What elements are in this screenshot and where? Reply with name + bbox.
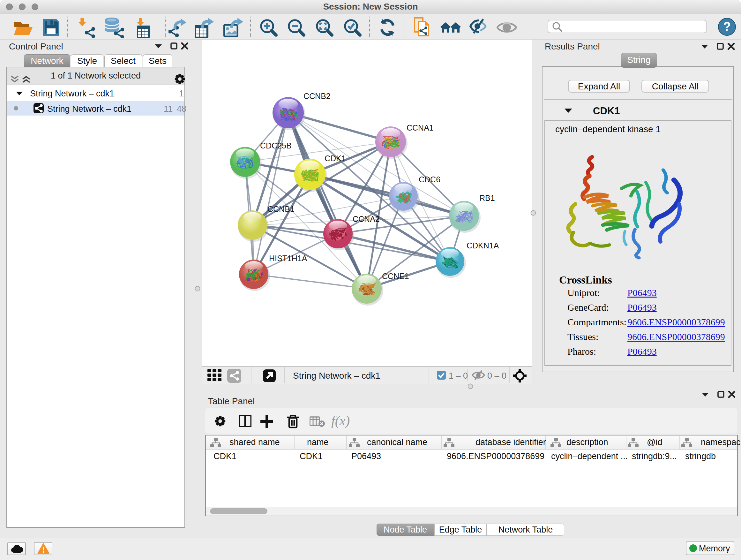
svg-text:CCNB1: CCNB1 [267, 205, 294, 213]
svg-text:CCNA1: CCNA1 [407, 123, 434, 132]
svg-text:CDC25B: CDC25B [260, 141, 292, 150]
svg-text:HIST1H1A: HIST1H1A [269, 254, 307, 263]
svg-text:?: ? [723, 20, 731, 33]
svg-text:CCNB2: CCNB2 [304, 91, 331, 101]
svg-text:CCNE1: CCNE1 [382, 272, 409, 281]
svg-text:CDKN1A: CDKN1A [467, 241, 499, 250]
svg-text:CDC6: CDC6 [419, 175, 441, 184]
svg-text:CCNA2: CCNA2 [353, 214, 380, 224]
svg-text:RB1: RB1 [479, 193, 495, 202]
svg-text:CDK1: CDK1 [325, 154, 346, 163]
